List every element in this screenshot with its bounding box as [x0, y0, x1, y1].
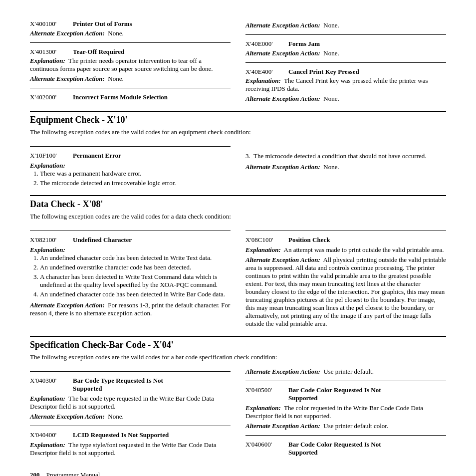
- divider-8: [30, 371, 231, 372]
- undef-char-item1: An undefined character code has been det…: [40, 254, 231, 262]
- alt-action-40e400: Alternate Exception Action: None.: [245, 95, 446, 103]
- title-040400: LCID Requested Is Not Supported: [73, 431, 169, 439]
- divider-6: [30, 231, 231, 231]
- explanation-040500: Explanation: The color requested in the …: [245, 404, 446, 420]
- alt-action-401300: Alternate Exception Action: None.: [30, 75, 231, 83]
- explanation-040300: Explanation: The bar code type requested…: [30, 395, 231, 411]
- explanation-list-082100: An undefined character code has been det…: [40, 254, 231, 298]
- code-08c100: X'08C100': [245, 236, 285, 244]
- alt-action-40e000: Alternate Exception Action: None.: [245, 49, 446, 57]
- title-082100: Undefined Character: [73, 236, 132, 244]
- code-401300: X'401300': [30, 48, 70, 56]
- alt-action-08c100: Alternate Exception Action: All physical…: [245, 256, 446, 328]
- undef-char-item2: An undefined overstrike character code h…: [40, 263, 231, 271]
- code-400100: X'400100': [30, 20, 70, 28]
- divider-11: [245, 435, 446, 436]
- divider-7: [245, 231, 446, 231]
- explanation-label-10f100: Explanation:: [30, 162, 231, 170]
- divider-3: [245, 34, 446, 35]
- explanation-list-10f100: There was a permanent hardware error. Th…: [40, 170, 231, 187]
- title-401300: Tear-Off Required: [73, 48, 124, 56]
- explanation-label-082100: Explanation:: [30, 246, 231, 254]
- code-040500: X'040500': [245, 386, 285, 402]
- divider-4: [245, 62, 446, 63]
- title-040300: Bar Code Type Requested Is NotSupported: [73, 377, 163, 393]
- code-40e000: X'40E000': [245, 40, 285, 48]
- divider-10: [245, 381, 446, 381]
- equipment-check-item3: 3. The microcode detected a condition th…: [245, 152, 446, 160]
- undef-char-item3: A character has been detected in Write T…: [40, 273, 231, 289]
- spec-check-intro: The following exception codes are the va…: [30, 353, 446, 361]
- explanation-08c100: Explanation: An attempt was made to prin…: [245, 246, 446, 254]
- divider-9: [30, 426, 231, 426]
- title-10f100: Permanent Error: [73, 152, 121, 160]
- manual-label: Programmer Manual: [46, 471, 100, 476]
- code-040300: X'040300': [30, 377, 70, 393]
- title-040500: Bar Code Color Requested Is NotSupported: [288, 386, 381, 402]
- code-082100: X'082100': [30, 236, 70, 244]
- title-040600: Bar Code Color Requested Is NotSupported: [288, 441, 381, 457]
- equipment-check-intro: The following exception codes are the va…: [30, 128, 446, 136]
- explanation-401300: Explanation: The printer needs operator …: [30, 57, 231, 73]
- data-check-intro: The following exception codes are the va…: [30, 213, 446, 221]
- code-040600: X'040600': [245, 441, 285, 457]
- undef-char-item4: An undefined character code has been det…: [40, 290, 231, 298]
- list-item-2: The microcode detected an irrecoverable …: [40, 179, 231, 187]
- code-402000: X'402000': [30, 93, 70, 101]
- code-40e400: X'40E400': [245, 68, 285, 76]
- code-10f100: X'10F100': [30, 152, 70, 160]
- alt-action-right-spec-top: Alternate Exception Action: Use printer …: [245, 368, 446, 376]
- alt-action-040500: Alternate Exception Action: Use printer …: [245, 422, 446, 430]
- explanation-040400: Explanation: The type style/font request…: [30, 441, 231, 457]
- code-040400: X'040400': [30, 431, 70, 439]
- explanation-40e400: Explanation: The Cancel Print key was pr…: [245, 77, 446, 93]
- title-40e400: Cancel Print Key Pressed: [288, 68, 359, 76]
- data-check-header: Data Check - X'08': [30, 195, 446, 210]
- page-footer: 200 Programmer Manual: [30, 471, 446, 476]
- divider-5: [30, 146, 231, 147]
- alt-action-10f100: Alternate Exception Action: None.: [245, 163, 446, 171]
- page-number: 200: [30, 471, 40, 476]
- alt-action-040300: Alternate Exception Action: None.: [30, 413, 231, 421]
- spec-check-header: Specification Check-Bar Code - X'04': [30, 336, 446, 350]
- equipment-check-header: Equipment Check - X'10': [30, 111, 446, 125]
- alt-action-400100: Alternate Exception Action: None.: [30, 29, 231, 37]
- title-40e000: Forms Jam: [288, 40, 320, 48]
- list-item-1: There was a permanent hardware error.: [40, 170, 231, 178]
- divider-2: [30, 88, 231, 88]
- title-08c100: Position Check: [288, 236, 330, 244]
- title-402000: Incorrect Forms Module Selection: [73, 93, 168, 101]
- alt-action-right-top: Alternate Exception Action: None.: [245, 21, 446, 29]
- divider-1: [30, 42, 231, 43]
- title-400100: Printer Out of Forms: [73, 20, 132, 28]
- alt-action-082100: Alternate Exception Action: For reasons …: [30, 301, 231, 317]
